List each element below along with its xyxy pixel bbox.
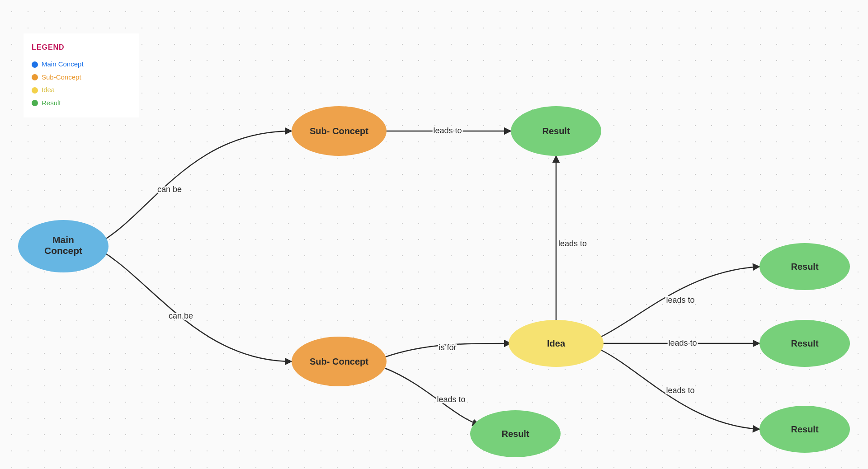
- edge-label: leads to: [666, 295, 694, 305]
- edge-label: can be: [169, 311, 193, 320]
- node-label: Result: [501, 429, 529, 439]
- edge-label: leads to: [558, 239, 587, 248]
- node-label: Result: [791, 262, 818, 272]
- edge-label: can be: [157, 185, 182, 194]
- node-result-bottom[interactable]: Result: [470, 410, 561, 457]
- node-label: Sub- Concept: [310, 356, 368, 366]
- node-result-r1[interactable]: Result: [760, 243, 850, 290]
- node-label: Result: [791, 338, 818, 348]
- edge-label: leads to: [668, 338, 697, 347]
- node-result-r3[interactable]: Result: [760, 406, 850, 453]
- node-result-top[interactable]: Result: [511, 106, 601, 156]
- node-label: Sub- Concept: [310, 126, 368, 136]
- node-label: Idea: [547, 338, 566, 348]
- node-sub-concept-2[interactable]: Sub- Concept: [292, 337, 387, 386]
- diagram-svg: can be can be leads to is for leads to l…: [0, 0, 868, 469]
- node-label: Concept: [44, 245, 82, 256]
- node-idea[interactable]: Idea: [509, 320, 604, 367]
- node-main-concept[interactable]: Main Concept: [18, 220, 108, 272]
- node-label: Result: [542, 126, 570, 136]
- edge-label: leads to: [433, 126, 462, 135]
- node-label: Main: [52, 234, 74, 245]
- node-sub-concept-1[interactable]: Sub- Concept: [292, 106, 387, 156]
- edge-label: leads to: [437, 395, 465, 404]
- node-label: Result: [791, 424, 818, 434]
- edge-label: is for: [439, 343, 456, 352]
- edge-label: leads to: [666, 386, 694, 395]
- node-result-r2[interactable]: Result: [760, 320, 850, 367]
- edge-canbe-1[interactable]: [105, 131, 292, 239]
- diagram-canvas[interactable]: LEGEND Main Concept Sub-Concept Idea Res…: [0, 0, 868, 469]
- edge-canbe-2[interactable]: [105, 253, 292, 361]
